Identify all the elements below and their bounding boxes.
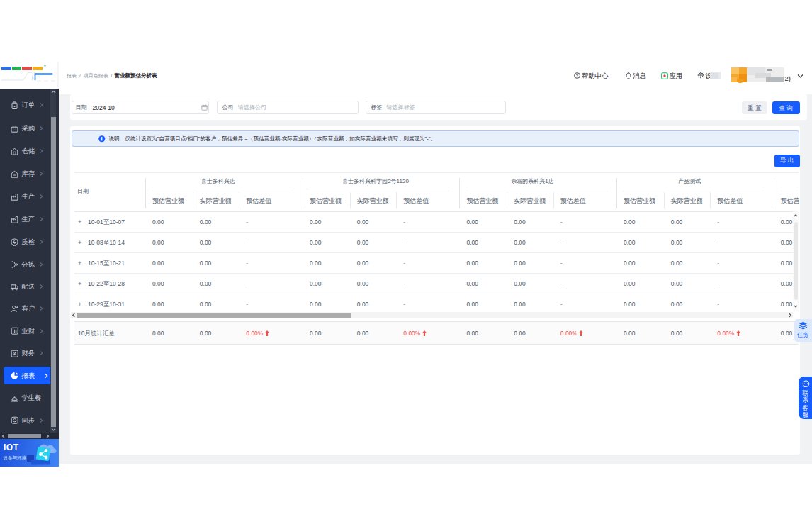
svg-text:?: ? [576,73,579,77]
